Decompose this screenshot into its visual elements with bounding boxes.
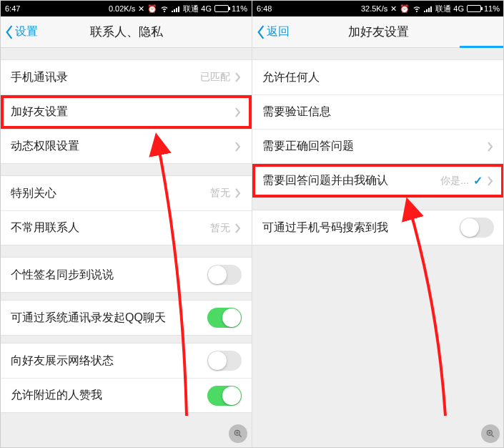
wifi-icon xyxy=(160,4,169,13)
status-time: 6:47 xyxy=(5,4,20,13)
page-title: 加好友设置 xyxy=(348,24,409,40)
mute-icon: ✕ xyxy=(390,4,397,14)
row-allow-anyone[interactable]: 允许任何人 xyxy=(252,60,504,94)
row-label: 需要回答问题并由我确认 xyxy=(262,173,440,188)
status-time: 6:48 xyxy=(257,4,272,13)
alarm-icon: ⏰ xyxy=(400,4,410,14)
row-label: 手机通讯录 xyxy=(11,70,200,85)
row-label: 动态权限设置 xyxy=(11,139,234,154)
back-button[interactable]: 设置 xyxy=(4,24,38,39)
row-label: 可通过系统通讯录发起QQ聊天 xyxy=(11,311,207,326)
chevron-right-icon xyxy=(234,142,242,152)
back-label: 设置 xyxy=(15,24,38,39)
row-show-net-status[interactable]: 向好友展示网络状态 xyxy=(1,344,252,378)
page-title: 联系人、隐私 xyxy=(90,24,163,40)
row-moments-privacy[interactable]: 动态权限设置 xyxy=(1,129,252,163)
row-label: 不常用联系人 xyxy=(11,220,210,235)
row-label: 向好友展示网络状态 xyxy=(11,354,207,369)
status-bar: 6:47 0.02K/s ✕ ⏰ 联通 4G 11% xyxy=(1,1,252,16)
battery-icon xyxy=(467,5,481,12)
signal-icon xyxy=(424,5,433,12)
status-speed: 32.5K/s xyxy=(361,4,387,13)
status-carrier: 联通 4G xyxy=(183,4,212,14)
status-carrier: 联通 4G xyxy=(435,4,464,14)
settings-list: 手机通讯录 已匹配 加好友设置 动态权限设置 特别关心 暂无 xyxy=(1,59,252,413)
row-label: 可通过手机号码搜索到我 xyxy=(262,220,460,235)
wifi-icon xyxy=(412,4,421,13)
switch-toggle[interactable] xyxy=(207,308,242,328)
signal-icon xyxy=(172,5,180,12)
magnify-icon xyxy=(481,424,500,443)
settings-list: 允许任何人 需要验证信息 需要正确回答问题 需要回答问题并由我确认 你是... … xyxy=(252,59,504,245)
alarm-icon: ⏰ xyxy=(147,4,157,14)
row-label: 个性签名同步到说说 xyxy=(11,268,207,283)
phone-left: 6:47 0.02K/s ✕ ⏰ 联通 4G 11% 设置 联系人、隐私 手机通… xyxy=(1,1,252,447)
row-nearby-like[interactable]: 允许附近的人赞我 xyxy=(1,378,252,412)
battery-icon xyxy=(214,5,229,12)
mute-icon: ✕ xyxy=(138,4,144,14)
row-hint: 你是... xyxy=(440,175,469,188)
status-battery: 11% xyxy=(484,4,500,13)
back-label: 返回 xyxy=(267,24,290,39)
row-infrequent-contacts[interactable]: 不常用联系人 暂无 xyxy=(1,210,252,245)
status-speed: 0.02K/s xyxy=(109,4,135,13)
chevron-right-icon xyxy=(487,176,494,186)
nav-bar: 返回 加好友设置 xyxy=(252,16,504,48)
row-label: 允许附近的人赞我 xyxy=(11,388,207,403)
status-battery: 11% xyxy=(232,4,247,13)
status-bar: 6:48 32.5K/s ✕ ⏰ 联通 4G 11% xyxy=(252,1,504,16)
row-note: 暂无 xyxy=(210,222,230,235)
switch-toggle[interactable] xyxy=(207,386,242,406)
row-label: 允许任何人 xyxy=(262,70,494,85)
checkmark-icon: ✓ xyxy=(473,174,483,188)
switch-toggle[interactable] xyxy=(207,265,242,285)
row-note: 已匹配 xyxy=(200,71,230,84)
row-add-friend-settings[interactable]: 加好友设置 xyxy=(1,94,252,129)
switch-toggle[interactable] xyxy=(207,351,242,371)
chevron-right-icon xyxy=(234,188,242,198)
chevron-right-icon xyxy=(234,72,242,82)
chevron-right-icon xyxy=(487,142,494,152)
switch-toggle[interactable] xyxy=(460,218,494,238)
row-answer-and-confirm[interactable]: 需要回答问题并由我确认 你是... ✓ xyxy=(252,163,504,198)
row-signature-sync[interactable]: 个性签名同步到说说 xyxy=(1,258,252,292)
row-search-by-phone[interactable]: 可通过手机号码搜索到我 xyxy=(252,210,504,245)
active-indicator xyxy=(460,46,504,48)
back-button[interactable]: 返回 xyxy=(255,24,290,39)
magnify-icon xyxy=(229,424,247,443)
chevron-right-icon xyxy=(234,223,242,233)
row-answer-question[interactable]: 需要正确回答问题 xyxy=(252,129,504,163)
row-phone-contacts[interactable]: 手机通讯录 已匹配 xyxy=(1,60,252,94)
row-note: 暂无 xyxy=(210,187,230,200)
row-label: 需要正确回答问题 xyxy=(262,139,487,154)
phone-right: 6:48 32.5K/s ✕ ⏰ 联通 4G 11% 返回 加好友设置 xyxy=(252,1,504,447)
row-label: 特别关心 xyxy=(11,186,210,201)
nav-bar: 设置 联系人、隐私 xyxy=(1,16,252,48)
row-label: 加好友设置 xyxy=(11,104,234,120)
row-special-care[interactable]: 特别关心 暂无 xyxy=(1,176,252,210)
row-need-verify[interactable]: 需要验证信息 xyxy=(252,94,504,129)
row-qq-chat-contacts[interactable]: 可通过系统通讯录发起QQ聊天 xyxy=(1,301,252,335)
row-label: 需要验证信息 xyxy=(262,104,494,120)
chevron-right-icon xyxy=(234,107,242,117)
